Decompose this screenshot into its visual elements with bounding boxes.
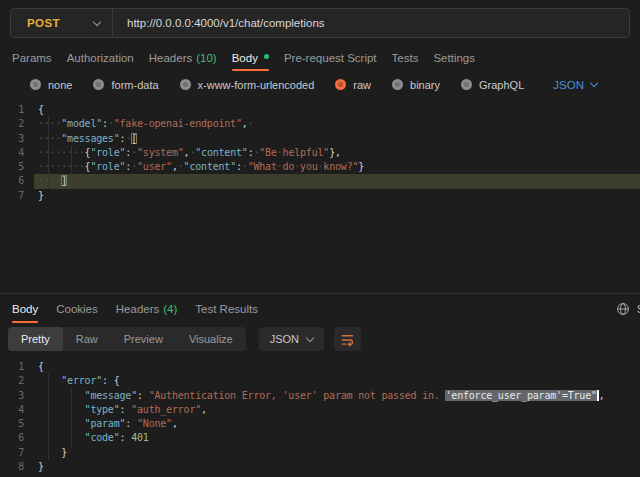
radio-icon bbox=[180, 79, 191, 90]
request-body-editor[interactable]: 1{2····"model":·"fake-openai-endpoint",·… bbox=[0, 98, 640, 293]
tab-pre-request-script[interactable]: Pre-request Script bbox=[284, 44, 377, 71]
code-text: "message": "Authentication Error, 'user'… bbox=[34, 389, 640, 403]
view-label: Pretty bbox=[21, 333, 50, 345]
line-number: 1 bbox=[0, 103, 34, 117]
code-text: "error": { bbox=[34, 374, 640, 388]
code-line[interactable]: 6 "code": 401 bbox=[0, 431, 640, 445]
code-line[interactable]: 7} bbox=[0, 189, 640, 203]
headers-count: (4) bbox=[163, 303, 177, 315]
indent-guide bbox=[48, 117, 49, 189]
tab-settings[interactable]: Settings bbox=[433, 44, 475, 71]
response-tab-test-results[interactable]: Test Results bbox=[195, 294, 258, 323]
code-line[interactable]: 1{ bbox=[0, 103, 640, 117]
code-text: "code": 401 bbox=[34, 431, 640, 445]
line-number: 7 bbox=[0, 189, 34, 203]
indent-guide bbox=[71, 389, 72, 447]
tab-authorization[interactable]: Authorization bbox=[67, 44, 134, 71]
body-modified-dot-icon bbox=[264, 54, 269, 59]
radio-icon bbox=[30, 79, 41, 90]
code-line[interactable]: 1{ bbox=[0, 360, 640, 374]
line-number: 3 bbox=[0, 389, 34, 403]
tab-label: Headers bbox=[149, 52, 192, 64]
radio-icon bbox=[461, 79, 472, 90]
selected-text: 'enforce_user_param'=True" bbox=[445, 390, 596, 401]
view-label: Raw bbox=[76, 333, 98, 345]
view-raw[interactable]: Raw bbox=[63, 327, 111, 351]
code-line[interactable]: 4········{"role":·"system",·"content":·"… bbox=[0, 146, 640, 160]
code-line[interactable]: 3 "message": "Authentication Error, 'use… bbox=[0, 389, 640, 403]
line-number: 5 bbox=[0, 417, 34, 431]
tab-tests[interactable]: Tests bbox=[392, 44, 419, 71]
url-input[interactable]: http://0.0.0.0:4000/v1/chat/completions bbox=[113, 9, 629, 37]
tab-label: Params bbox=[12, 52, 52, 64]
response-section: Body Cookies Headers(4) Test Results S P… bbox=[0, 293, 640, 477]
response-tab-cookies[interactable]: Cookies bbox=[56, 294, 98, 323]
response-body-editor[interactable]: 1{2 "error": {3 "message": "Authenticati… bbox=[0, 356, 640, 477]
code-line[interactable]: 2 "error": { bbox=[0, 374, 640, 388]
code-text: } bbox=[34, 189, 640, 203]
code-text: "param": "None", bbox=[34, 417, 640, 431]
line-number: 8 bbox=[0, 460, 34, 474]
status-label-clipped: S bbox=[637, 303, 640, 315]
response-tab-body[interactable]: Body bbox=[12, 294, 38, 323]
view-preview[interactable]: Preview bbox=[111, 327, 176, 351]
line-number: 4 bbox=[0, 403, 34, 417]
tab-params[interactable]: Params bbox=[12, 44, 52, 71]
line-number: 2 bbox=[0, 374, 34, 388]
line-number: 5 bbox=[0, 160, 34, 174]
view-pretty[interactable]: Pretty bbox=[8, 327, 63, 351]
globe-icon[interactable] bbox=[616, 302, 630, 316]
view-visualize[interactable]: Visualize bbox=[176, 327, 246, 351]
raw-format-dropdown[interactable]: JSON bbox=[553, 79, 597, 91]
body-type-form-data[interactable]: form-data bbox=[93, 79, 158, 91]
tab-headers[interactable]: Headers(10) bbox=[149, 44, 217, 71]
method-dropdown[interactable]: POST bbox=[11, 9, 113, 37]
radio-icon bbox=[93, 79, 104, 90]
headers-count: (10) bbox=[196, 52, 216, 64]
body-type-none[interactable]: none bbox=[30, 79, 72, 91]
body-type-graphql[interactable]: GraphQL bbox=[461, 79, 524, 91]
code-text: ····] bbox=[34, 174, 640, 188]
code-text: } bbox=[34, 446, 640, 460]
tab-label: Test Results bbox=[195, 303, 258, 315]
tab-label: Tests bbox=[392, 52, 419, 64]
response-meta-icons: S bbox=[616, 294, 640, 323]
code-text: ········{"role":·"user",·"content":·"Wha… bbox=[34, 160, 640, 174]
indent-guide bbox=[48, 374, 49, 460]
code-line[interactable]: 4 "type": "auth_error", bbox=[0, 403, 640, 417]
code-text: ····"model":·"fake-openai-endpoint",· bbox=[34, 117, 640, 131]
code-text: ········{"role":·"system",·"content":·"B… bbox=[34, 146, 640, 160]
response-tabs: Body Cookies Headers(4) Test Results S bbox=[0, 294, 640, 323]
code-text: { bbox=[34, 360, 640, 374]
word-wrap-icon bbox=[340, 332, 355, 347]
url-bar: POST http://0.0.0.0:4000/v1/chat/complet… bbox=[10, 8, 630, 38]
body-type-row: none form-data x-www-form-urlencoded raw… bbox=[0, 71, 640, 98]
body-type-binary[interactable]: binary bbox=[392, 79, 440, 91]
tab-label: Settings bbox=[433, 52, 475, 64]
code-line[interactable]: 5 "param": "None", bbox=[0, 417, 640, 431]
radio-selected-icon bbox=[335, 79, 346, 90]
body-type-raw[interactable]: raw bbox=[335, 79, 371, 91]
code-line[interactable]: 7 } bbox=[0, 446, 640, 460]
method-label: POST bbox=[27, 17, 60, 29]
line-number: 1 bbox=[0, 360, 34, 374]
indent-guide bbox=[71, 146, 72, 175]
chevron-down-icon bbox=[306, 333, 314, 341]
tab-body[interactable]: Body bbox=[232, 44, 269, 71]
line-number: 3 bbox=[0, 132, 34, 146]
code-line[interactable]: 8} bbox=[0, 460, 640, 474]
format-label: JSON bbox=[270, 333, 299, 345]
word-wrap-button[interactable] bbox=[334, 327, 361, 351]
response-format-dropdown[interactable]: JSON bbox=[259, 327, 324, 351]
code-line[interactable]: 6····] bbox=[0, 174, 640, 188]
line-number: 6 bbox=[0, 174, 34, 188]
code-line[interactable]: 2····"model":·"fake-openai-endpoint",· bbox=[0, 117, 640, 131]
request-tabs: Params Authorization Headers(10) Body Pr… bbox=[0, 44, 640, 71]
format-label: JSON bbox=[553, 79, 584, 91]
code-line[interactable]: 5········{"role":·"user",·"content":·"Wh… bbox=[0, 160, 640, 174]
response-tab-headers[interactable]: Headers(4) bbox=[116, 294, 178, 323]
code-line[interactable]: 3····"messages":·[ bbox=[0, 132, 640, 146]
code-text: } bbox=[34, 460, 640, 474]
body-type-x-www-form-urlencoded[interactable]: x-www-form-urlencoded bbox=[180, 79, 315, 91]
view-label: Visualize bbox=[189, 333, 233, 345]
